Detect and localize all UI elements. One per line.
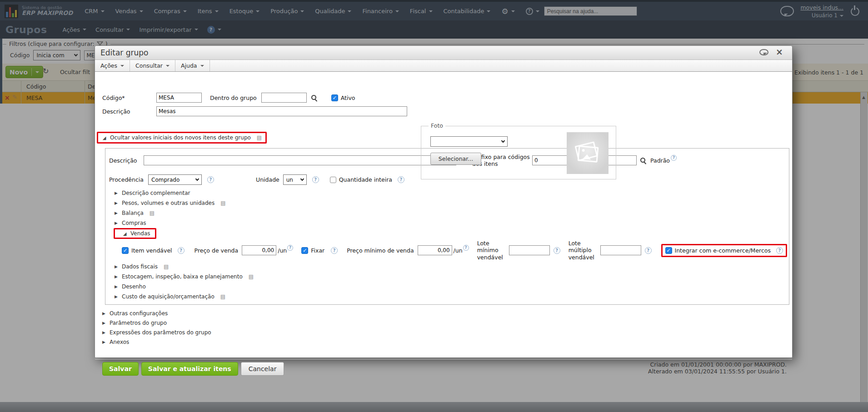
padrao-label: Padrão <box>650 157 670 164</box>
preco-venda-unit: /un <box>278 247 287 254</box>
ativo-label[interactable]: Ativo <box>341 94 355 101</box>
chevron-down-icon <box>195 177 199 181</box>
annotation-red-box-1: ◢ Ocultar valores iniciais dos novos ite… <box>97 132 267 144</box>
dialog-menu-consultar[interactable]: Consultar <box>130 60 175 71</box>
annotation-red-box-2: ◢Vendas <box>114 228 156 239</box>
help-icon[interactable]: ? <box>554 247 560 254</box>
foto-select[interactable] <box>430 136 508 147</box>
annotation-red-box-3: ✓ Integrar com e-commerce/Mercos ? <box>661 244 788 257</box>
triangle-collapsed-icon: ▶ <box>101 311 106 316</box>
section-toggle-ocultar-valores[interactable]: ◢ Ocultar valores iniciais dos novos ite… <box>102 134 262 141</box>
preco-minimo-unit: /un <box>454 247 463 254</box>
inner-sections-bottom: ▶Dados fiscais▤ ▶Estocagem, inspeção, ba… <box>109 262 789 302</box>
item-vendavel-checkbox[interactable]: ✓ <box>122 247 129 254</box>
fixar-checkbox[interactable]: ✓ <box>301 247 308 254</box>
section-toggle-vendas[interactable]: ◢Vendas <box>122 230 150 237</box>
chevron-down-icon <box>200 65 204 67</box>
dialog-chat-bubble-icon[interactable] <box>759 49 768 55</box>
help-icon[interactable]: ? <box>463 245 469 251</box>
triangle-collapsed-icon: ▶ <box>114 221 119 225</box>
selecionar-button[interactable]: Selecionar... <box>430 153 481 165</box>
codigo-label: Código* <box>102 94 156 101</box>
section-toggle-custo-aquisicao[interactable]: ▶Custo de aquisição/orçamentação▤ <box>114 292 789 302</box>
lote-minimo-label: Lote mínimo vendável <box>477 240 506 261</box>
triangle-collapsed-icon: ▶ <box>101 330 106 335</box>
search-lens-icon[interactable] <box>310 94 318 101</box>
inner-descricao-input[interactable] <box>144 155 456 165</box>
help-icon[interactable]: ? <box>312 176 319 183</box>
help-icon[interactable]: ? <box>645 247 652 254</box>
note-grid-icon: ▤ <box>220 293 225 300</box>
dialog-menubar: Ações Consultar Ajuda <box>95 60 792 72</box>
section-toggle-outras-configuracoes[interactable]: ▶Outras configurações <box>101 308 792 318</box>
help-icon[interactable]: ? <box>287 245 293 251</box>
quantidade-inteira-label[interactable]: Quantidade inteira <box>339 176 392 183</box>
quantidade-inteira-checkbox[interactable] <box>330 177 336 183</box>
unidade-select[interactable]: un <box>283 174 307 185</box>
help-icon[interactable]: ? <box>671 155 677 161</box>
unidade-label: Unidade <box>256 176 279 183</box>
note-grid-icon: ▤ <box>220 200 225 206</box>
section-toggle-expressoes-parametros[interactable]: ▶Expressões dos parâmetros do grupo <box>101 328 792 337</box>
search-lens-icon[interactable] <box>639 157 647 164</box>
dialog-menu-acoes[interactable]: Ações <box>95 60 130 71</box>
section-toggle-anexos[interactable]: ▶Anexos <box>101 337 792 347</box>
procedencia-select[interactable]: Comprado <box>148 174 202 185</box>
preco-minimo-input[interactable] <box>418 245 452 255</box>
triangle-collapsed-icon: ▶ <box>114 294 119 299</box>
cancelar-button[interactable]: Cancelar <box>241 362 284 376</box>
inner-sections-top: ▶Descrição complementar ▶Pesos, volumes … <box>109 188 789 239</box>
dentro-do-grupo-label: Dentro do grupo <box>210 94 257 101</box>
help-icon[interactable]: ? <box>331 247 338 254</box>
dentro-do-grupo-input[interactable] <box>261 93 307 103</box>
integrar-ecommerce-label[interactable]: Integrar com e-commerce/Mercos <box>675 247 771 254</box>
lote-minimo-input[interactable] <box>509 245 550 255</box>
help-icon[interactable]: ? <box>207 176 214 183</box>
section-toggle-pesos-volumes[interactable]: ▶Pesos, volumes e outras unidades▤ <box>114 198 789 208</box>
triangle-collapsed-icon: ▶ <box>114 191 119 195</box>
codigo-input[interactable] <box>156 93 202 103</box>
section-toggle-descricao-complementar[interactable]: ▶Descrição complementar <box>114 188 789 198</box>
preco-minimo-label: Preço mínimo de venda <box>347 247 414 254</box>
item-vendavel-label[interactable]: Item vendável <box>131 247 172 254</box>
help-icon[interactable]: ? <box>178 247 185 254</box>
dialog-menu-ajuda[interactable]: Ajuda <box>175 60 210 71</box>
triangle-collapsed-icon: ▶ <box>114 264 119 269</box>
dialog-title-bar: Editar grupo × <box>95 46 792 60</box>
help-icon[interactable]: ? <box>398 176 404 183</box>
close-icon[interactable]: × <box>776 47 783 57</box>
photo-placeholder <box>567 132 609 174</box>
dialog-buttons: Salvar Salvar e atualizar itens Cancelar <box>102 362 284 376</box>
foto-legend: Foto <box>429 122 445 129</box>
section-toggle-balanca[interactable]: ▶Balança▤ <box>114 208 789 218</box>
lote-multiplo-label: Lote múltiplo vendável <box>569 240 598 261</box>
descricao-row: Descrição <box>102 106 792 116</box>
integrar-ecommerce-checkbox[interactable]: ✓ <box>665 247 672 254</box>
outer-sections: ▶Outras configurações ▶Parâmetros do gru… <box>101 308 792 347</box>
descricao-input[interactable] <box>156 106 407 116</box>
ativo-checkbox[interactable]: ✓ <box>331 94 338 101</box>
triangle-expanded-icon: ◢ <box>122 231 127 236</box>
fixar-label[interactable]: Fixar <box>311 247 324 254</box>
chevron-down-icon <box>166 65 170 67</box>
procedencia-label: Procedência <box>109 176 148 183</box>
section-toggle-estocagem[interactable]: ▶Estocagem, inspeção, baixa e planejamen… <box>114 272 789 282</box>
modified-info: Alterado em 03/01/2024 11:55:55 por Usuá… <box>648 368 787 375</box>
codigo-row: Código* Dentro do grupo ✓ Ativo <box>102 93 792 103</box>
note-grid-icon: ▤ <box>257 134 262 141</box>
lote-multiplo-input[interactable] <box>600 245 641 255</box>
salvar-button[interactable]: Salvar <box>102 362 139 376</box>
salvar-atualizar-button[interactable]: Salvar e atualizar itens <box>141 362 238 376</box>
triangle-collapsed-icon: ▶ <box>114 274 119 279</box>
chevron-down-icon <box>120 65 124 67</box>
section-toggle-desenho[interactable]: ▶Desenho <box>114 282 789 292</box>
section-toggle-dados-fiscais[interactable]: ▶Dados fiscais▤ <box>114 262 789 272</box>
vendas-content-row: ✓ Item vendável ? Preço de venda /un ? ✓… <box>122 240 789 261</box>
triangle-collapsed-icon: ▶ <box>101 340 106 344</box>
preco-venda-input[interactable] <box>242 245 276 255</box>
dialog-title: Editar grupo <box>100 48 148 57</box>
note-grid-icon: ▤ <box>150 210 155 216</box>
help-icon[interactable]: ? <box>776 247 783 254</box>
section-toggle-parametros-grupo[interactable]: ▶Parâmetros do grupo <box>101 318 792 328</box>
section-toggle-compras[interactable]: ▶Compras <box>114 218 789 228</box>
